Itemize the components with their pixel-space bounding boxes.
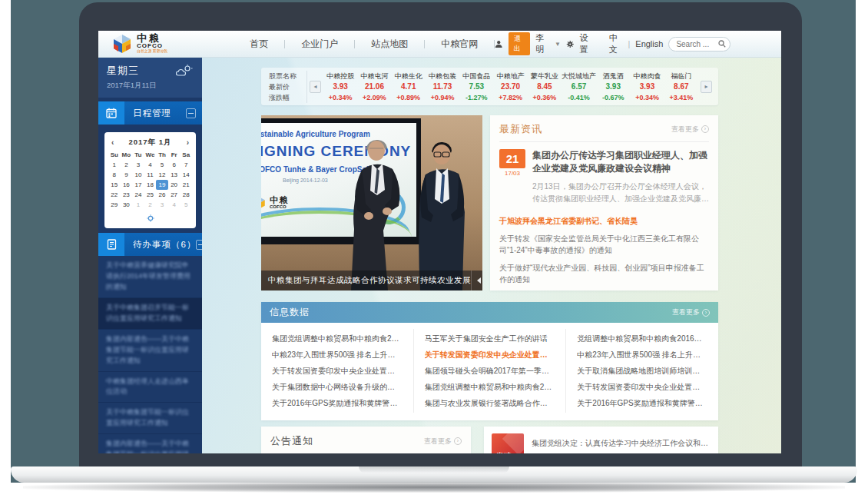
stock-name: 中粮屯河 <box>357 71 391 81</box>
calendar-day[interactable]: 18 <box>144 180 157 190</box>
calendar-day[interactable]: 3 <box>132 160 144 170</box>
info-item[interactable]: 集团与农业发展银行签署战略合作协议 <box>425 395 555 411</box>
nav-item[interactable]: 首页 <box>234 38 284 51</box>
calendar-day[interactable]: 1 <box>132 200 144 210</box>
featured-news-summary: 2月13日，集团办公厅召开办公厅全体经理人会议，传达贯彻集团职业经理人、加强企业… <box>532 181 709 205</box>
calendar-day[interactable]: 11 <box>144 170 157 180</box>
calendar-day[interactable]: 1 <box>108 160 121 170</box>
calendar-day[interactable]: 15 <box>108 180 121 190</box>
ticker-prev-button[interactable]: ◂ <box>310 81 321 93</box>
ticker-next-button[interactable]: ▸ <box>701 81 712 93</box>
info-panel-header: 信息数据 查看更多› <box>261 302 718 323</box>
sidebar: 星期三 2017年1月11日 <box>98 58 202 453</box>
settings-label[interactable]: 设置 <box>579 32 593 55</box>
news-list-item[interactable]: 关于做好“现代农业产业园、科技园、创业园”项目申报准备工作的通知 <box>499 262 709 285</box>
info-item[interactable]: 关于转发国资委印发中央企业处置僵尸企业和开展特... <box>272 363 403 379</box>
calendar-day[interactable]: 16 <box>121 180 133 190</box>
info-item[interactable]: 关于集团数据中心网络设备升级的通知 <box>272 379 403 395</box>
info-item[interactable]: 集团领导碰头会明确2017年第一季度工作 <box>425 363 555 379</box>
todo-item[interactable]: 中粮集团经理人走进山西单位活动 <box>98 372 202 403</box>
todo-item[interactable]: 关于中粮营养健康研究院申请执行2014年研发管理费用的通知 <box>98 256 202 298</box>
stock-change: +3.41% <box>664 92 698 103</box>
cofco-logo[interactable]: 中粮 COFCO 自然之源 重塑你我 <box>112 33 187 55</box>
calendar-day[interactable]: 17 <box>132 180 144 190</box>
info-item[interactable]: 集团党组调整中粮贸易和中粮肉食2016年度预算 <box>272 330 403 347</box>
calendar-day[interactable]: 21 <box>180 180 192 190</box>
news-list-item[interactable]: 关于转发《国家安全监管总局关于中化江西三美化工有限公司“1-24”中毒事故的通报… <box>499 233 709 256</box>
username[interactable]: 李明 <box>535 32 549 55</box>
lang-chinese[interactable]: 中文 <box>609 32 623 55</box>
calendar-day[interactable]: 4 <box>168 200 181 210</box>
calendar-weekday: Tu <box>132 150 144 160</box>
info-item[interactable]: 关于取消集团战略地图培训师培训班的通知 <box>577 363 707 379</box>
news-list-item[interactable]: 于旭波拜会黑龙江省委副书记、省长陆昊 <box>499 215 709 227</box>
announcements-view-more[interactable]: 查看更多› <box>424 437 462 447</box>
calendar-day[interactable]: 14 <box>180 170 192 180</box>
todo-item[interactable]: 关于中粮集团节能一标识位置应用研究工作通知 <box>98 403 202 434</box>
calendar-day[interactable]: 29 <box>108 200 121 210</box>
calendar-settings-icon[interactable] <box>147 214 154 222</box>
announcements-title: 公告通知 <box>270 434 313 448</box>
info-item[interactable]: 关于2016年GPS奖励通报和黄牌警告单位的决定 <box>577 395 707 411</box>
calendar-day[interactable]: 10 <box>132 170 144 180</box>
todo-list: 关于中粮营养健康研究院申请执行2014年研发管理费用的通知 关于中粮集团召开节能… <box>98 256 202 453</box>
carousel-caption: 中粮集团与拜耳达成战略合作协议谋求可持续农业发展 <box>268 275 471 286</box>
party-news-item[interactable]: 集团党组决定：认真传达学习中央经济工作会议和中央农村工作委员会... <box>532 435 711 451</box>
stock-quote: 中粮肉食 3.93 +0.34% <box>630 71 664 103</box>
info-item[interactable]: 关于转发国资委印发中央企业处置僵尸企业和开展特... <box>577 379 707 395</box>
calendar-day[interactable]: 5 <box>156 160 168 170</box>
calendar-day[interactable]: 9 <box>121 170 133 180</box>
calendar-day[interactable]: 2 <box>121 160 133 170</box>
nav-item[interactable]: 中粮官网 <box>425 38 494 51</box>
calendar-day[interactable]: 24 <box>132 190 144 200</box>
calendar-day[interactable]: 13 <box>168 170 181 180</box>
calendar-day[interactable]: 27 <box>168 190 181 200</box>
logout-button[interactable]: 退出 <box>509 32 531 55</box>
info-view-more[interactable]: 查看更多› <box>672 307 710 317</box>
todo-item[interactable]: 关于中粮集团召开节能一标识位置应用研究工作通知 <box>98 298 202 330</box>
calendar-day[interactable]: 30 <box>121 200 133 210</box>
calendar-day[interactable]: 22 <box>108 190 121 200</box>
calendar-day[interactable]: 3 <box>156 200 168 210</box>
collapse-schedule-button[interactable] <box>186 108 196 118</box>
calendar-day[interactable]: 4 <box>144 160 157 170</box>
calendar-day[interactable]: 12 <box>156 170 168 180</box>
calendar-day[interactable]: 23 <box>121 190 133 200</box>
calendar-day[interactable]: 5 <box>180 200 192 210</box>
info-item[interactable]: 集团党组调整中粮贸易和中粮肉食2016年度预算 <box>425 379 555 395</box>
news-view-more[interactable]: 查看更多› <box>671 124 709 134</box>
info-item[interactable]: 党组调整中粮贸易和中粮肉食2016年度预算 <box>577 330 707 347</box>
calendar-prev-button[interactable]: ‹ <box>111 138 121 147</box>
calendar-day[interactable]: 7 <box>180 160 192 170</box>
info-item[interactable]: 中粮23年入围世界500强 排名上升最快 <box>577 347 707 363</box>
calendar-day[interactable]: 19 <box>156 180 168 190</box>
todo-item[interactable]: 集团内部通告——关于中粮集团节能一标识位置应用研究工作通知 <box>98 330 202 372</box>
todo-item[interactable]: 集团内部通告——关于中粮集团节能一标识位置应用研究工作通知 <box>98 434 202 453</box>
lang-english[interactable]: English <box>635 39 663 48</box>
calendar-next-button[interactable]: › <box>180 138 189 147</box>
info-item[interactable]: 中粮23年入围世界500强 排名上升最快 <box>272 347 403 363</box>
gear-icon[interactable] <box>566 39 575 49</box>
calendar-day[interactable]: 25 <box>144 190 157 200</box>
featured-news[interactable]: 21 17/03 集团办公厅传达学习集团职业经理人、加强企业党建及党风廉政建设会… <box>499 149 709 205</box>
info-item[interactable]: 关于2016年GPS奖励通报和黄牌警告单位的决定 <box>272 395 403 411</box>
collapse-todo-button[interactable] <box>196 240 202 250</box>
info-item[interactable]: 马王军关于集团安全生产工作的讲话 <box>425 330 555 347</box>
nav-item[interactable]: 企业门户 <box>285 38 354 51</box>
calendar-day[interactable]: 20 <box>168 180 181 190</box>
calendar-day[interactable]: 6 <box>168 160 181 170</box>
stock-price: 3.93 <box>630 81 664 92</box>
calendar-day[interactable]: 2 <box>144 200 157 210</box>
calendar-day[interactable]: 28 <box>180 190 192 200</box>
chevron-down-icon[interactable]: ▼ <box>555 41 561 48</box>
search-icon[interactable] <box>718 40 726 48</box>
info-item[interactable]: 关于转发国资委印发中央企业处置僵尸企业和开展特... <box>425 347 555 363</box>
calendar-day[interactable]: 26 <box>156 190 168 200</box>
stock-quote: 酒鬼酒 3.93 -0.67% <box>596 71 630 103</box>
party-news-item[interactable]: 集团党组决定：认真传达贯彻学习12月26日中央纪委五次全会会议精神 <box>532 451 711 453</box>
calendar-day[interactable]: 8 <box>108 170 121 180</box>
carousel-prev-button[interactable] <box>471 271 482 290</box>
nav-item[interactable]: 站点地图 <box>355 38 424 51</box>
featured-news-title[interactable]: 集团办公厅传达学习集团职业经理人、加强企业党建及党风廉政建设会议精神 <box>532 149 709 176</box>
stock-name: 酒鬼酒 <box>596 71 630 81</box>
